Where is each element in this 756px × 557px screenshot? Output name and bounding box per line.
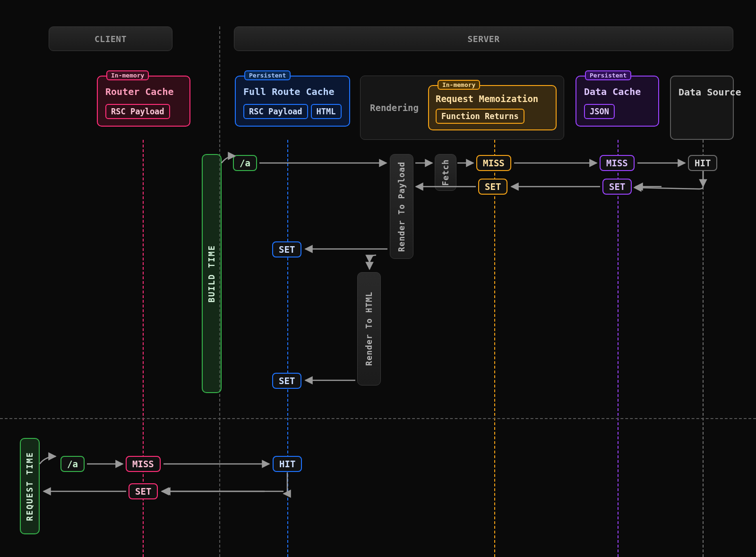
request-memo-title: Request Memoization xyxy=(436,94,549,104)
full-route-cache-tag: Persistent xyxy=(244,70,291,80)
full-route-cache-title: Full Route Cache xyxy=(243,86,342,97)
render-to-payload-label: Render To Payload xyxy=(397,162,406,252)
data-cache-box: Persistent Data Cache JSON xyxy=(576,76,659,127)
phase-request-label: REQUEST TIME xyxy=(25,452,34,521)
render-to-payload-box: Render To Payload xyxy=(390,154,413,259)
lane-fullroute xyxy=(287,140,288,557)
route-a-request: /a xyxy=(60,456,85,472)
data-cache-title: Data Cache xyxy=(584,86,651,97)
router-cache-box: In-memory Router Cache RSC Payload xyxy=(97,76,190,127)
fullroute-hit: HIT xyxy=(273,456,302,472)
phase-build: BUILD TIME xyxy=(202,154,222,393)
router-cache-title: Router Cache xyxy=(105,86,182,97)
request-memo-chip: Function Returns xyxy=(436,109,524,124)
request-memo-box: In-memory Request Memoization Function R… xyxy=(428,85,557,130)
request-memo-tag: In-memory xyxy=(438,80,480,90)
header-server: SERVER xyxy=(234,26,733,51)
lane-source xyxy=(703,140,704,557)
fetch-label: Fetch xyxy=(441,159,450,186)
fetch-box: Fetch xyxy=(435,154,456,191)
router-set: SET xyxy=(129,483,158,499)
phase-request: REQUEST TIME xyxy=(20,438,40,534)
router-cache-chip-rsc: RSC Payload xyxy=(105,104,170,119)
router-miss: MISS xyxy=(126,456,161,472)
phase-build-label: BUILD TIME xyxy=(207,245,216,302)
lane-data xyxy=(618,140,619,557)
data-set: SET xyxy=(602,179,632,195)
rendering-group: Rendering In-memory Request Memoization … xyxy=(360,76,564,140)
memo-set: SET xyxy=(478,179,507,195)
header-server-label: SERVER xyxy=(467,34,499,44)
data-source-title: Data Source xyxy=(679,86,725,99)
header-client: CLIENT xyxy=(49,26,172,51)
lane-memo xyxy=(494,140,495,557)
header-client-label: CLIENT xyxy=(94,34,127,44)
source-hit: HIT xyxy=(688,155,717,171)
memo-miss: MISS xyxy=(476,155,511,171)
fullroute-set-2: SET xyxy=(272,373,301,389)
full-route-cache-box: Persistent Full Route Cache RSC Payload … xyxy=(235,76,350,127)
data-miss: MISS xyxy=(600,155,635,171)
rendering-label: Rendering xyxy=(361,103,428,113)
full-route-cache-chip-html: HTML xyxy=(311,104,342,119)
router-cache-tag: In-memory xyxy=(106,70,149,80)
data-cache-chip-json: JSON xyxy=(584,104,615,119)
fullroute-set-1: SET xyxy=(272,241,301,257)
data-cache-tag: Persistent xyxy=(585,70,631,80)
divider-build-request xyxy=(0,418,756,419)
data-source-box: Data Source xyxy=(670,76,734,140)
full-route-cache-chip-rsc: RSC Payload xyxy=(243,104,308,119)
route-a-build: /a xyxy=(233,155,257,171)
render-to-html-label: Render To HTML xyxy=(364,291,374,366)
render-to-html-box: Render To HTML xyxy=(357,272,381,386)
